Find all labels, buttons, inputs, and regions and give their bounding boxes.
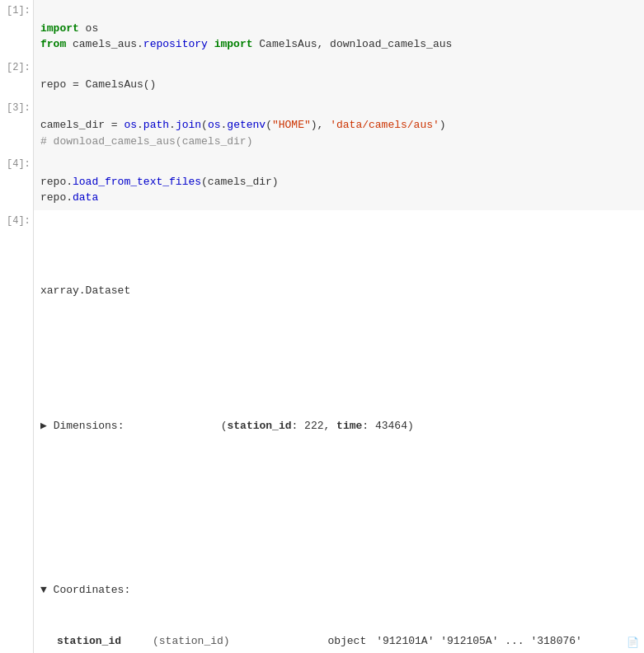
code-text: .: [169, 119, 176, 131]
cell-1-content[interactable]: import os from camels_aus.repository imp…: [33, 0, 644, 57]
cell-4-input: [4]: repo.load_from_text_files(camels_di…: [0, 153, 644, 210]
code-text: .: [137, 119, 143, 131]
mod-os2: os: [208, 119, 221, 131]
xarray-title: xarray.Dataset: [40, 283, 644, 299]
keyword-from: from: [40, 38, 66, 50]
dimensions-toggle: ▶ Dimensions:: [40, 418, 124, 435]
attr-load-from-text: load_from_text_files: [73, 176, 201, 188]
comment-download: # download_camels_aus(camels_dir): [40, 135, 252, 148]
cell-3-content[interactable]: camels_dir = os.path.join(os.getenv("HOM…: [33, 97, 644, 154]
code-text: ): [440, 119, 446, 131]
time-label: time: [336, 420, 362, 432]
coord-values-station-id: '912101A' '912105A' ... '318076': [371, 632, 618, 651]
cell-2: [2]: repo = CamelsAus(): [0, 57, 644, 97]
coord-icons-station-id: [618, 632, 644, 651]
cell-2-label: [2]:: [0, 57, 33, 97]
code-text: repo.: [40, 191, 73, 204]
code-text: (: [266, 119, 272, 131]
mod-os: os: [124, 119, 137, 131]
code-text: (camels_dir): [201, 176, 279, 188]
cell-4-label: [4]:: [0, 153, 33, 210]
keyword-import: import: [40, 22, 79, 35]
code-text: repo = CamelsAus(): [40, 78, 156, 91]
code-text: repo.: [40, 176, 73, 188]
fn-getenv: getenv: [227, 119, 266, 131]
dimensions-title: ▶ Dimensions: (station_id: 222, time: 43…: [40, 402, 644, 450]
cell-4-output-label: [4]:: [0, 210, 33, 654]
code-text: [208, 38, 214, 50]
str-path: 'data/camels/aus': [330, 119, 440, 131]
code-text: camels_aus.: [66, 38, 143, 50]
str-home: "HOME": [272, 119, 311, 131]
attr-repository: repository: [143, 38, 208, 50]
coordinates-table: station_id (station_id) object '912101A'…: [40, 632, 644, 653]
coordinates-toggle[interactable]: ▼ Coordinates:: [40, 582, 644, 599]
xarray-output: xarray.Dataset ▶ Dimensions: (station_id…: [33, 210, 644, 654]
coord-name-station-id: station_id: [40, 632, 148, 651]
cell-1-label: [1]:: [0, 0, 33, 57]
coordinates-label: ▼ Coordinates:: [40, 582, 130, 599]
dimensions-section: ▶ Dimensions: (station_id: 222, time: 43…: [40, 369, 644, 484]
coord-station-id: station_id (station_id) object '912101A'…: [40, 632, 644, 651]
keyword-import2: import: [214, 38, 253, 50]
notebook: [1]: import os from camels_aus.repositor…: [0, 0, 644, 653]
dimensions-text: (station_id: 222, time: 43464): [130, 402, 413, 450]
xarray-dataset: xarray.Dataset ▶ Dimensions: (station_id…: [40, 251, 644, 654]
cell-2-content[interactable]: repo = CamelsAus(): [33, 57, 644, 97]
code-text: CamelsAus, download_camels_aus: [252, 38, 452, 50]
attr-path: path: [143, 119, 169, 131]
code-text: (: [201, 119, 208, 131]
file-icon[interactable]: [627, 635, 640, 648]
cell-3: [3]: camels_dir = os.path.join(os.getenv…: [0, 97, 644, 154]
coord-dtype-station-id: object: [271, 632, 371, 651]
cell-4-output: [4]: xarray.Dataset ▶ Dimensions: (stati…: [0, 210, 644, 654]
code-text: os: [79, 22, 98, 35]
code-text: camels_dir =: [40, 119, 124, 131]
cell-1: [1]: import os from camels_aus.repositor…: [0, 0, 644, 57]
code-text: ),: [311, 119, 330, 131]
fn-join: join: [176, 119, 201, 131]
station-id-label: station_id: [227, 420, 291, 432]
cell-4-content[interactable]: repo.load_from_text_files(camels_dir) re…: [33, 153, 644, 210]
attr-data: data: [73, 191, 98, 204]
coordinates-section: ▼ Coordinates: station_id (station_id) o…: [40, 550, 644, 654]
coord-dims-station-id: (station_id): [148, 632, 271, 651]
cell-3-label: [3]:: [0, 97, 33, 154]
